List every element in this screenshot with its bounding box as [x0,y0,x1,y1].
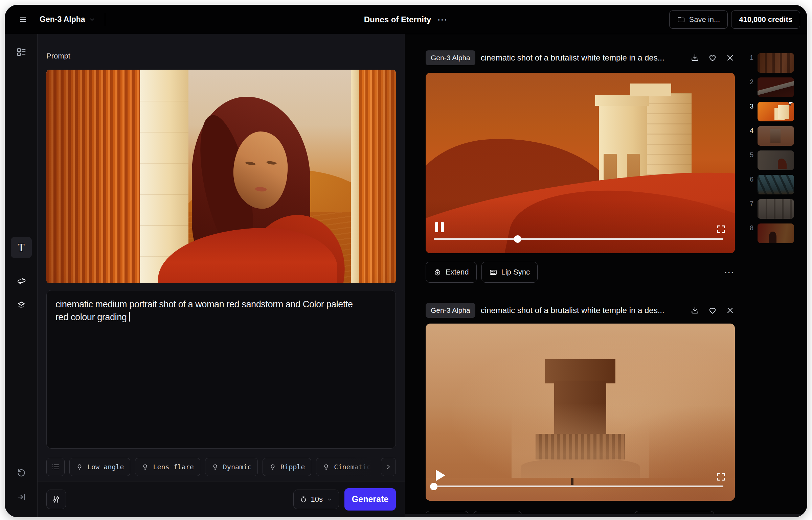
style-tag-dynamic[interactable]: Dynamic [205,458,258,476]
favorite-button[interactable] [708,53,717,63]
chevron-down-icon [326,496,333,502]
walking-figure [571,478,573,485]
settings-sliders-button[interactable] [46,490,66,509]
fullscreen-button[interactable] [716,472,726,482]
download-button[interactable] [690,306,700,315]
generation-rail-item: 3 [746,102,797,121]
input-image[interactable] [46,70,396,283]
style-tag-cinematic[interactable]: Cinematic [316,458,377,476]
lightbulb-icon [76,463,83,471]
playhead[interactable] [430,483,437,490]
generation-rail-item: 8 [746,223,797,243]
fullscreen-button[interactable] [716,224,726,234]
generation-thumbnail-5[interactable] [758,150,794,170]
generate-label: Generate [352,494,388,504]
app-window: Gen-3 Alpha Dunes of Eternity ⋯ Save in.… [5,5,807,517]
menu-button[interactable] [19,15,27,24]
extend-timer-icon [433,268,442,276]
save-in-label: Save in... [689,15,720,24]
cursor-pointer-icon [785,102,794,109]
topbar-divider [105,13,105,26]
text-tool-button[interactable]: T [11,237,32,258]
credits-button[interactable]: 410,000 credits [731,10,800,29]
download-button[interactable] [690,53,700,63]
model-selector[interactable]: Gen-3 Alpha [40,15,95,24]
undo-button[interactable] [11,462,32,483]
generation-thumbnail-7[interactable] [758,199,794,219]
thumbnail-index: 5 [746,151,753,159]
list-icon [51,463,60,471]
generation-rail-item: 6 [746,175,797,194]
generation-card-header: Gen-3 Alpha cinematic shot of a brutalis… [426,303,735,318]
generation-rail-item: 5 [746,150,797,170]
tags-scroll-area: Low angleLens flareDynamicRippleCinemati… [69,458,396,476]
generation-title: cinematic shot of a brutalist white temp… [481,306,664,315]
generation-thumbnail-4[interactable] [758,126,794,146]
lightbulb-icon [269,463,276,471]
generation-bar-right: 10s Generate [293,488,396,511]
results-panel: Gen-3 Alpha cinematic shot of a brutalis… [405,34,807,517]
camera-orbit-tool-button[interactable] [11,270,32,291]
generation-rail-item: 7 [746,199,797,219]
project-more-button[interactable]: ⋯ [437,16,448,23]
generation-thumbnail-6[interactable] [758,175,794,194]
generation-thumbnail-3[interactable] [758,102,794,121]
seek-bar[interactable] [434,238,723,240]
duration-select[interactable]: 10s [293,490,339,509]
favorite-button[interactable] [708,306,717,315]
thumbnail-index: 6 [746,175,753,183]
tags-scroll-right-button[interactable] [381,458,396,476]
board-view-button[interactable] [11,42,32,63]
style-tags-row: Low angleLens flareDynamicRippleCinemati… [46,457,396,476]
seek-bar[interactable] [434,486,723,487]
credits-label: 410,000 credits [739,15,792,24]
project-title: Dunes of Eternity [364,15,431,24]
hamburger-icon [19,15,27,24]
video-player-1[interactable] [426,73,735,253]
play-button[interactable] [436,470,445,481]
close-icon [725,306,735,315]
generate-button[interactable]: Generate [344,488,396,511]
extend-button[interactable]: Extend [426,262,477,283]
model-badge: Gen-3 Alpha [426,303,475,318]
generation-rail-item: 1 [746,53,797,73]
generation-thumbnail-2[interactable] [758,77,794,97]
lightbulb-icon [322,463,330,471]
lip-sync-button[interactable]: Lip Sync [481,262,538,283]
top-bar: Gen-3 Alpha Dunes of Eternity ⋯ Save in.… [5,5,807,34]
tag-label: Low angle [87,463,124,471]
topbar-actions: Save in... 410,000 credits [669,10,800,29]
collapse-panel-button[interactable] [11,487,32,507]
extend-label: Extend [446,268,469,277]
camera-orbit-icon [16,276,26,286]
style-tag-low-angle[interactable]: Low angle [69,458,130,476]
thumbnail-index: 1 [746,54,753,62]
image-vignette [46,70,396,283]
close-button[interactable] [725,306,735,315]
lightbulb-icon [141,463,149,471]
thumbnail-index: 2 [746,78,753,86]
layers-icon [16,300,26,310]
more-options-button[interactable]: ⋯ [724,269,735,275]
tag-list-button[interactable] [46,458,65,476]
generation-thumbnail-8[interactable] [758,223,794,243]
close-icon [725,53,735,63]
pause-button[interactable] [435,222,444,232]
generation-thumbnail-1[interactable] [758,53,794,73]
prompt-textarea[interactable]: cinematic medium portrait shot of a woma… [46,290,396,449]
save-in-button[interactable]: Save in... [669,10,728,29]
close-button[interactable] [725,53,735,63]
playhead[interactable] [514,235,521,243]
video-player-2[interactable] [426,324,735,501]
tag-label: Lens flare [153,463,194,471]
chevron-down-icon [89,16,95,23]
tool-rail: T [5,34,38,517]
generations-rail: 12345678 [746,53,797,248]
style-tag-ripple[interactable]: Ripple [263,458,311,476]
layers-tool-button[interactable] [11,294,32,315]
style-tag-lens-flare[interactable]: Lens flare [135,458,200,476]
download-icon [690,53,700,63]
text-caret [129,312,130,322]
thumbnail-index: 4 [746,127,753,135]
prompt-text: cinematic medium portrait shot of a woma… [55,299,353,322]
